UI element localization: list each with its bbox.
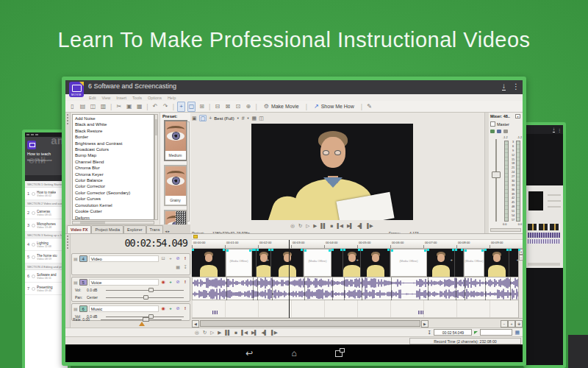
- track-zoom-out-icon[interactable]: −: [519, 255, 523, 261]
- time-ruler[interactable]: 00:00:0000:01:0000:02:0000:03:0000:04:00…: [192, 240, 523, 249]
- fx-effect-item[interactable]: Black Restore: [73, 128, 154, 134]
- go-to-start-button[interactable]: ▌◀: [241, 330, 247, 336]
- save-project-icon[interactable]: ◫: [89, 102, 97, 111]
- home-icon[interactable]: ⌂: [291, 348, 296, 358]
- offline-clip[interactable]: (Media Offline): [464, 249, 484, 277]
- auto-ripple-icon[interactable]: ⊠: [223, 102, 232, 111]
- menu-view[interactable]: View: [101, 96, 110, 100]
- menu-help[interactable]: Help: [168, 96, 176, 100]
- downmix-icon[interactable]: [503, 130, 508, 133]
- snapshot-icon[interactable]: ▦: [514, 330, 520, 336]
- play-from-start-button[interactable]: ▷: [306, 223, 309, 229]
- chevron-down-icon[interactable]: ▼: [247, 116, 250, 120]
- pan-mode-icon[interactable]: [497, 130, 501, 133]
- track-header-voice[interactable]: ▤ 5 Voice ◉ + ⊘ ! Vol: 0.0 dB Pan:: [71, 277, 190, 302]
- preset-card-medium[interactable]: Medium: [164, 120, 187, 161]
- timeline-vscrollbar[interactable]: + −: [518, 249, 523, 318]
- solo-button[interactable]: +: [168, 305, 173, 312]
- marker-flag-icon[interactable]: [193, 235, 198, 238]
- panel-grip[interactable]: [485, 113, 489, 233]
- stop-button[interactable]: ■: [234, 330, 237, 336]
- video-clip[interactable]: [361, 249, 390, 277]
- track-name-field[interactable]: Music: [89, 305, 159, 312]
- video-clip[interactable]: [192, 249, 226, 277]
- video-clip[interactable]: [271, 249, 304, 277]
- marker-bar[interactable]: [192, 234, 523, 240]
- edit-cursor[interactable]: [289, 240, 290, 318]
- video-clip[interactable]: [484, 249, 509, 277]
- selection-edit-tool-icon[interactable]: ⊞: [198, 102, 206, 111]
- pause-button[interactable]: ▌▌: [320, 223, 326, 229]
- record-button[interactable]: ◎: [290, 223, 294, 229]
- scroll-left-icon[interactable]: ◀: [192, 320, 199, 328]
- preset-card-grainy[interactable]: Grainy: [164, 165, 187, 206]
- copy-frame-icon[interactable]: ▦: [252, 116, 257, 121]
- lock-envelopes-icon[interactable]: ⊡: [234, 102, 242, 111]
- loop-playback-button[interactable]: ↻: [203, 330, 206, 336]
- go-to-end-button[interactable]: ▶▌: [251, 330, 257, 336]
- normal-edit-tool-icon[interactable]: +: [177, 102, 185, 112]
- menu-insert[interactable]: Insert: [116, 96, 126, 100]
- properties-icon[interactable]: ▥: [99, 102, 107, 111]
- go-to-end-button[interactable]: ▶▌: [347, 223, 353, 229]
- menu-tools[interactable]: Tools: [132, 96, 142, 100]
- zoom-tool-icon[interactable]: ⊕: [244, 102, 252, 111]
- track-drag-handle[interactable]: ▤: [74, 306, 78, 311]
- open-project-icon[interactable]: ▤: [79, 102, 87, 111]
- track-drag-handle[interactable]: ▤: [74, 280, 78, 285]
- interactive-tutorials-icon[interactable]: ✎: [365, 102, 373, 111]
- mixer-scrollbar[interactable]: [490, 228, 521, 232]
- overflow-menu-icon[interactable]: ⋮: [512, 82, 520, 91]
- fx-effect-item[interactable]: Channel Blend: [73, 159, 154, 165]
- loop-playback-button[interactable]: ↻: [298, 223, 301, 229]
- master-fader-handle[interactable]: [492, 171, 501, 178]
- video-clip[interactable]: [331, 249, 343, 277]
- envelope-edit-tool-icon[interactable]: ▢: [187, 102, 196, 112]
- show-me-how-button[interactable]: ↗ Show Me How: [310, 102, 358, 110]
- step-back-button[interactable]: ◀▌: [357, 223, 363, 229]
- video-clip[interactable]: +: [427, 249, 455, 277]
- offline-clip[interactable]: (Media Offline): [390, 249, 427, 277]
- tab-explorer[interactable]: Explorer: [123, 225, 146, 233]
- music-track-lane[interactable]: [192, 300, 523, 318]
- track-header-video[interactable]: ▤ 4 Video ⊡ + ⊘ ! ▦ ↧: [71, 253, 190, 275]
- offline-clip[interactable]: (Media Offline): [304, 249, 331, 277]
- record-button[interactable]: ◎: [195, 330, 198, 336]
- track-overlay-icon[interactable]: ▦: [175, 264, 181, 271]
- preview-quality-icon[interactable]: ▢: [199, 115, 207, 121]
- menu-edit[interactable]: Edit: [89, 96, 96, 100]
- track-motion-icon[interactable]: +: [168, 255, 173, 262]
- play-button[interactable]: ▶: [218, 330, 220, 336]
- fx-effect-item[interactable]: Color Balance: [73, 177, 154, 183]
- mixer-menu-button[interactable]: ▾: [515, 114, 520, 118]
- tab-trans[interactable]: Trans: [146, 225, 164, 233]
- track-name-field[interactable]: Video: [89, 255, 159, 262]
- volume-slider[interactable]: [106, 290, 184, 291]
- preview-quality-value[interactable]: Best (Full): [214, 116, 234, 121]
- scrollbar-thumb[interactable]: [200, 320, 420, 327]
- track-level-icon[interactable]: ↧: [182, 264, 188, 271]
- fx-list-vscrollbar[interactable]: [154, 114, 158, 220]
- panel-grip[interactable]: [65, 234, 71, 328]
- video-output-icon[interactable]: ▣: [192, 116, 197, 121]
- preset-card-noise[interactable]: [164, 210, 187, 224]
- copy-icon[interactable]: ▣: [125, 102, 133, 111]
- panel-grip[interactable]: [65, 113, 71, 224]
- overlay-grid-icon[interactable]: #: [242, 116, 245, 121]
- fx-effect-item[interactable]: Cookie Cutter: [73, 208, 154, 214]
- clip-event-icon[interactable]: +: [450, 258, 453, 262]
- tab-video-fx[interactable]: Video FX: [67, 225, 91, 233]
- chevron-down-icon[interactable]: ▼: [237, 116, 240, 120]
- clip-event-icon[interactable]: +: [266, 258, 269, 262]
- cut-icon[interactable]: ✂: [115, 102, 123, 111]
- menu-options[interactable]: Options: [148, 96, 162, 100]
- bypass-motion-blur-icon[interactable]: ⊡: [160, 255, 166, 262]
- voice-track-waveform[interactable]: [192, 277, 523, 300]
- fx-effect-item[interactable]: Bump Map: [73, 152, 154, 158]
- track-drag-handle[interactable]: ▤: [74, 256, 78, 261]
- step-forward-button[interactable]: ▌▶: [271, 330, 277, 336]
- tab-project-media[interactable]: Project Media: [91, 225, 123, 233]
- selection-length-box[interactable]: [480, 329, 512, 336]
- video-clip[interactable]: +: [257, 249, 271, 277]
- zoom-tool-icon[interactable]: ⊕: [515, 320, 523, 328]
